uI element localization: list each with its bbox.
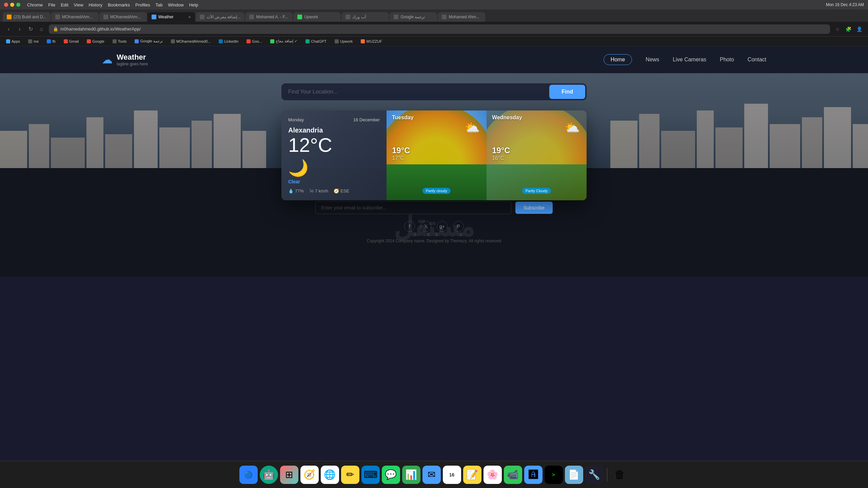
tab-label-4: إضافة معرض الأث... bbox=[206, 15, 241, 19]
tab-2[interactable]: MOhamedAhm... bbox=[99, 12, 147, 22]
wednesday-icon: ⛅ bbox=[565, 121, 580, 135]
tab-label-1: MOhamedAhm... bbox=[62, 15, 93, 19]
goo-favicon bbox=[246, 39, 251, 43]
bookmark-icon[interactable]: ☆ bbox=[833, 24, 842, 34]
dock-notes[interactable]: 📝 bbox=[463, 466, 481, 484]
navbar: ☁ Weather tagline goes here Home News Li… bbox=[0, 46, 868, 73]
bookmark-apps[interactable]: Apps bbox=[4, 39, 22, 44]
dock-photos[interactable]: 🌸 bbox=[484, 466, 502, 484]
dock-vscode-2[interactable]: 🔧 bbox=[585, 466, 604, 484]
bookmark-upwork[interactable]: Upwork bbox=[333, 39, 355, 44]
tab-favicon-6 bbox=[297, 15, 302, 19]
dock-chrome[interactable]: 🌐 bbox=[321, 466, 339, 484]
dock-sketch[interactable]: ✏ bbox=[341, 466, 359, 484]
tab-close-icon[interactable]: ✕ bbox=[188, 15, 191, 19]
bookmark-fb[interactable]: fb bbox=[45, 39, 57, 44]
extensions-icon[interactable]: 🧩 bbox=[844, 24, 853, 34]
bookmark-me[interactable]: me bbox=[26, 39, 41, 44]
tab-1[interactable]: MOhamedAhm... bbox=[51, 12, 99, 22]
tab-label-7: آب ورك bbox=[352, 15, 366, 19]
tab-label-6: Upwork bbox=[304, 15, 318, 19]
menu-profiles[interactable]: Profiles bbox=[135, 2, 150, 7]
dock-vscode[interactable]: ⌨ bbox=[361, 466, 380, 484]
tab-5[interactable]: Mohamed A. - F... bbox=[245, 12, 293, 22]
bookmark-me-label: me bbox=[34, 39, 39, 43]
dock-trash[interactable]: 🗑 bbox=[611, 466, 629, 484]
menu-tab[interactable]: Tab bbox=[155, 2, 162, 7]
tuesday-high: 19°C bbox=[392, 146, 410, 156]
dock-safari[interactable]: 🧭 bbox=[300, 466, 319, 484]
menu-bookmarks[interactable]: Bookmarks bbox=[108, 2, 130, 7]
bookmark-moahmed[interactable]: MOhamedAhmed0... bbox=[169, 39, 213, 44]
subscribe-button[interactable]: Subscribe bbox=[515, 202, 553, 214]
tab-label-0: (23) Build and D... bbox=[14, 15, 46, 19]
dock-terminal[interactable]: > bbox=[545, 466, 563, 484]
humidity-value: 77% bbox=[295, 188, 304, 194]
dock-facetime[interactable]: 📹 bbox=[504, 466, 522, 484]
address-text[interactable]: m0hamedahmed0.github.io/WeatherApp/ bbox=[60, 26, 826, 32]
tab-0[interactable]: (23) Build and D... bbox=[3, 12, 51, 22]
nav-news[interactable]: News bbox=[646, 57, 659, 63]
dock-preview[interactable]: 📄 bbox=[565, 466, 583, 484]
find-button[interactable]: Find bbox=[549, 85, 585, 99]
bookmark-goo[interactable]: Goo... bbox=[244, 39, 264, 44]
dock-whatsapp[interactable]: 💬 bbox=[382, 466, 400, 484]
bookmark-gmail-label: Gmail bbox=[69, 39, 79, 43]
bookmark-tools[interactable]: Tools bbox=[111, 39, 129, 44]
tab-8[interactable]: Google ترجمة bbox=[390, 12, 437, 22]
tab-6[interactable]: Upwork bbox=[293, 12, 341, 22]
menu-edit[interactable]: Edit bbox=[61, 2, 68, 7]
logo-title: Weather bbox=[117, 53, 148, 62]
menu-view[interactable]: View bbox=[74, 2, 83, 7]
menu-history[interactable]: History bbox=[89, 2, 102, 7]
tab-7[interactable]: آب ورك bbox=[341, 12, 389, 22]
bookmark-success[interactable]: إضافة بنجاح ✓ bbox=[268, 38, 299, 44]
translate-favicon bbox=[135, 39, 139, 43]
upwork-favicon bbox=[335, 39, 339, 43]
location-search-input[interactable] bbox=[283, 85, 549, 99]
website-content: ☁ Weather tagline goes here Home News Li… bbox=[0, 46, 868, 277]
me-favicon bbox=[28, 39, 32, 43]
bookmark-translate-label: Google ترجمة bbox=[140, 39, 163, 43]
tab-9[interactable]: Mohamed Ahm... bbox=[438, 12, 485, 22]
address-bar[interactable]: 🔒 m0hamedahmed0.github.io/WeatherApp/ bbox=[49, 24, 830, 34]
dock-finder[interactable]: 🔵 bbox=[239, 466, 258, 484]
home-button[interactable]: ⌂ bbox=[37, 24, 46, 34]
dock-calendar[interactable]: 16 bbox=[443, 466, 461, 484]
wednesday-label: Partly Cloudy bbox=[487, 187, 587, 194]
nav-contact[interactable]: Contact bbox=[748, 57, 766, 63]
dock-chatgpt[interactable]: 🤖 bbox=[260, 466, 278, 484]
menu-chrome[interactable]: Chrome bbox=[27, 2, 43, 7]
menu-window[interactable]: Window bbox=[168, 2, 183, 7]
title-bar-menus: Chrome File Edit View History Bookmarks … bbox=[27, 2, 198, 7]
bookmark-chatgpt[interactable]: ChatGPT bbox=[303, 39, 329, 44]
tab-label-8: Google ترجمة bbox=[400, 15, 425, 19]
dock-mail[interactable]: ✉ bbox=[422, 466, 441, 484]
menu-help[interactable]: Help bbox=[189, 2, 198, 7]
tab-label-2: MOhamedAhm... bbox=[110, 15, 141, 19]
city-name: Alexandria bbox=[288, 126, 380, 134]
dock-spreadsheet[interactable]: 📊 bbox=[402, 466, 420, 484]
profile-icon[interactable]: 👤 bbox=[854, 24, 864, 34]
tab-3-weather[interactable]: Weather ✕ bbox=[147, 12, 195, 22]
wednesday-weather-icon: ⛅ bbox=[565, 121, 580, 135]
tab-4[interactable]: إضافة معرض الأث... bbox=[196, 12, 245, 22]
bookmark-translate[interactable]: Google ترجمة bbox=[133, 38, 165, 44]
forward-button[interactable]: › bbox=[15, 24, 24, 34]
bookmark-linkedin[interactable]: LinkedIn bbox=[217, 39, 240, 44]
fullscreen-button[interactable] bbox=[16, 3, 20, 7]
dock-launchpad[interactable]: ⊞ bbox=[280, 466, 298, 484]
nav-home[interactable]: Home bbox=[604, 54, 632, 65]
menu-file[interactable]: File bbox=[48, 2, 55, 7]
back-button[interactable]: ‹ bbox=[4, 24, 14, 34]
wind-detail: 🌬 7 km/h bbox=[309, 188, 328, 194]
nav-live-cameras[interactable]: Live Cameras bbox=[673, 57, 706, 63]
bookmark-wuzzuf[interactable]: WUZZUF bbox=[359, 39, 384, 44]
bookmark-google[interactable]: Google bbox=[85, 39, 106, 44]
nav-photo[interactable]: Photo bbox=[720, 57, 734, 63]
minimize-button[interactable] bbox=[10, 3, 14, 7]
dock-appstore[interactable]: 🅰 bbox=[524, 466, 542, 484]
reload-button[interactable]: ↻ bbox=[26, 24, 35, 34]
close-button[interactable] bbox=[4, 3, 8, 7]
bookmark-gmail[interactable]: Gmail bbox=[62, 39, 81, 44]
